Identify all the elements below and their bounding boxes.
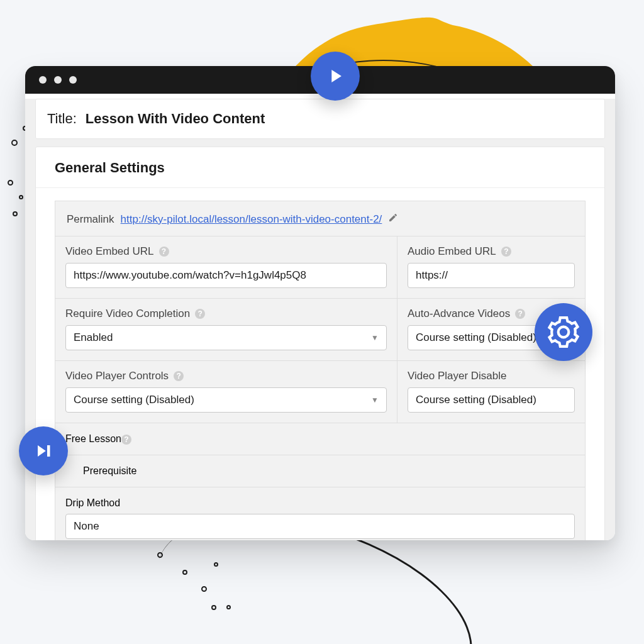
help-icon[interactable]: ? — [159, 247, 169, 257]
pencil-icon[interactable] — [388, 213, 398, 226]
lesson-title-row: Title: Lesson With Video Content — [35, 99, 605, 139]
traffic-light-minimize[interactable] — [54, 76, 62, 84]
traffic-light-close[interactable] — [39, 76, 47, 84]
permalink-label: Permalink — [67, 213, 114, 226]
permalink-link[interactable]: http://sky-pilot.local/lesson/lesson-wit… — [121, 213, 382, 226]
prerequisite-label: Prerequisite — [83, 465, 136, 476]
drip-method-label: Drip Method — [65, 497, 120, 508]
help-icon[interactable]: ? — [174, 371, 184, 381]
help-icon[interactable]: ? — [501, 247, 511, 257]
lesson-title[interactable]: Lesson With Video Content — [86, 111, 265, 127]
panel-heading: General Settings — [36, 147, 604, 188]
player-controls-label: Video Player Controls — [65, 370, 169, 382]
video-embed-cell: Video Embed URL? https://www.youtube.com… — [55, 236, 397, 299]
audio-embed-label: Audio Embed URL — [408, 245, 496, 258]
audio-embed-cell: Audio Embed URL? https:// — [397, 236, 586, 299]
traffic-light-zoom[interactable] — [69, 76, 77, 84]
require-completion-cell: Require Video Completion? Enabled▼ — [55, 298, 397, 361]
player-disable-cell: Video Player Disable Course setting (Dis… — [397, 360, 586, 423]
audio-embed-input[interactable]: https:// — [408, 263, 575, 288]
permalink-row: Permalink http://sky-pilot.local/lesson/… — [55, 201, 586, 236]
title-label: Title: — [47, 111, 77, 127]
video-embed-label: Video Embed URL — [65, 245, 154, 258]
require-completion-select[interactable]: Enabled▼ — [65, 325, 387, 350]
player-disable-label: Video Player Disable — [408, 370, 507, 382]
require-completion-label: Require Video Completion — [65, 308, 190, 320]
skip-next-icon — [19, 426, 68, 475]
free-lesson-label: Free Lesson — [65, 433, 121, 444]
decorative-dots — [176, 558, 340, 621]
chevron-down-icon: ▼ — [371, 396, 379, 404]
general-settings-panel: General Settings Permalink http://sky-pi… — [35, 147, 605, 540]
gear-icon — [535, 303, 592, 361]
prerequisite-row: Prerequisite — [55, 455, 586, 487]
help-icon[interactable]: ? — [121, 435, 131, 445]
editor-window: Title: Lesson With Video Content General… — [25, 66, 615, 540]
player-disable-select[interactable]: Course setting (Disabled) — [408, 387, 575, 413]
free-lesson-row: Free Lesson? — [55, 423, 586, 455]
window-content: Title: Lesson With Video Content General… — [25, 99, 615, 540]
drip-method-row: Drip Method None — [55, 487, 586, 540]
video-embed-input[interactable]: https://www.youtube.com/watch?v=h1gJwl4p… — [65, 263, 387, 288]
play-icon — [311, 52, 360, 101]
player-controls-select[interactable]: Course setting (Disabled)▼ — [65, 387, 387, 413]
player-controls-cell: Video Player Controls? Course setting (D… — [55, 360, 397, 423]
help-icon[interactable]: ? — [195, 309, 205, 319]
auto-advance-label: Auto-Advance Videos — [408, 308, 510, 320]
help-icon[interactable]: ? — [515, 309, 525, 319]
chevron-down-icon: ▼ — [371, 333, 379, 342]
drip-method-select[interactable]: None — [65, 514, 575, 539]
